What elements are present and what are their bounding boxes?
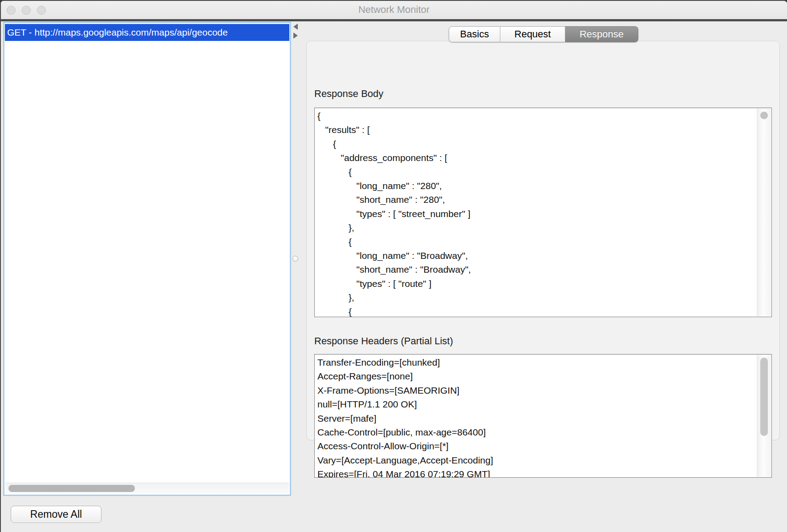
divider-grip-icon[interactable] <box>292 256 298 262</box>
response-body-text[interactable]: { "results" : [ { "address_components" :… <box>315 108 771 317</box>
headers-vertical-scrollbar[interactable] <box>757 355 771 477</box>
horizontal-scrollbar[interactable] <box>5 483 289 494</box>
list-item-request[interactable]: GET - http://maps.googleapis.com/maps/ap… <box>5 24 289 41</box>
expand-right-arrow-icon[interactable] <box>293 32 298 39</box>
response-headers-text[interactable]: Transfer-Encoding=[chunked] Accept-Range… <box>315 355 771 478</box>
body-vertical-scrollbar[interactable] <box>757 109 771 316</box>
headers-scrollbar-thumb[interactable] <box>760 358 768 436</box>
splitpane-divider[interactable] <box>292 22 299 496</box>
tab-basics[interactable]: Basics <box>449 26 500 42</box>
titlebar[interactable]: Network Monitor <box>1 1 787 19</box>
tab-request[interactable]: Request <box>500 26 565 42</box>
body-scrollbar-thumb[interactable] <box>760 112 768 119</box>
tab-bar: Basics Request Response <box>449 26 638 42</box>
window-title: Network Monitor <box>1 4 787 16</box>
collapse-left-arrow-icon[interactable] <box>293 24 298 30</box>
network-monitor-window: Network Monitor GET - http://maps.google… <box>0 0 787 532</box>
response-headers-label: Response Headers (Partial List) <box>314 335 453 347</box>
response-body-label: Response Body <box>314 88 383 100</box>
response-body-textarea[interactable]: { "results" : [ { "address_components" :… <box>314 108 772 317</box>
remove-all-button[interactable]: Remove All <box>11 506 101 523</box>
tab-response[interactable]: Response <box>565 26 638 42</box>
horizontal-scrollbar-thumb[interactable] <box>8 485 135 492</box>
request-list[interactable]: GET - http://maps.googleapis.com/maps/ap… <box>5 24 289 494</box>
request-list-panel[interactable]: GET - http://maps.googleapis.com/maps/ap… <box>3 22 291 496</box>
response-headers-textarea[interactable]: Transfer-Encoding=[chunked] Accept-Range… <box>314 354 772 478</box>
titlebar-divider <box>1 19 787 21</box>
